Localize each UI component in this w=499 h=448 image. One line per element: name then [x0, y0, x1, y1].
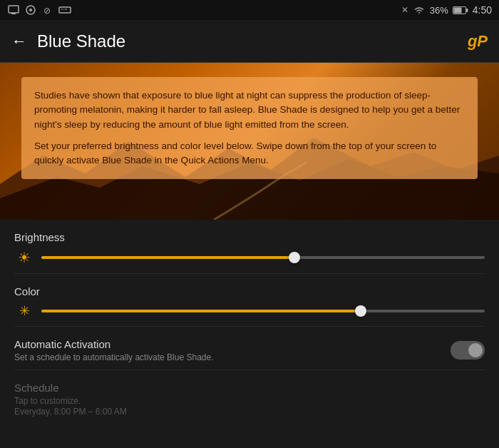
- color-slider[interactable]: [41, 310, 485, 312]
- header: ← Blue Shade gP: [0, 20, 499, 63]
- info-box: Studies have shown that exposure to blue…: [21, 77, 478, 179]
- back-button[interactable]: ←: [11, 32, 27, 51]
- schedule-tap: Tap to customize.: [14, 396, 485, 406]
- automatic-activation-row: Automatic Activation Set a schedule to a…: [14, 327, 485, 370]
- status-bar-left: ⊘: [7, 4, 71, 16]
- page-title: Blue Shade: [37, 31, 125, 51]
- toggle-knob: [468, 343, 483, 357]
- svg-rect-0: [9, 6, 19, 13]
- color-label: Color: [14, 285, 485, 297]
- app-icon-2: [24, 4, 37, 16]
- svg-text:⊘: ⊘: [43, 6, 51, 16]
- svg-rect-5: [59, 7, 71, 13]
- color-setting: Color ✳: [14, 274, 485, 327]
- activation-left: Automatic Activation Set a schedule to a…: [14, 338, 214, 362]
- color-thumb: [355, 305, 366, 317]
- brightness-thumb: [289, 252, 300, 263]
- app-icon-4: [58, 4, 71, 16]
- svg-rect-7: [466, 9, 468, 12]
- brightness-label: Brightness: [14, 231, 485, 243]
- app-icon-1: [7, 4, 20, 16]
- activation-title: Automatic Activation: [14, 338, 214, 350]
- battery-icon: [453, 6, 468, 15]
- svg-point-3: [29, 9, 32, 11]
- activation-toggle[interactable]: [451, 341, 485, 360]
- brightness-fill: [41, 256, 294, 259]
- activation-subtitle: Set a schedule to automatically activate…: [14, 352, 214, 362]
- schedule-row[interactable]: Schedule Tap to customize. Everyday, 8:0…: [14, 370, 485, 424]
- status-bar-right: ✕ 36% 4:50: [401, 4, 492, 16]
- time-display: 4:50: [473, 4, 492, 16]
- header-left: ← Blue Shade: [11, 31, 125, 51]
- status-bar: ⊘ ✕ 36% 4:50: [0, 0, 499, 20]
- settings-area: Brightness ☀ Color ✳ Automatic Activatio…: [0, 220, 499, 424]
- brightness-slider[interactable]: [41, 256, 485, 259]
- brightness-icon: ☀: [14, 249, 34, 266]
- brightness-slider-row: ☀: [14, 249, 485, 266]
- wifi-icon: [413, 5, 426, 15]
- color-icon: ✳: [14, 303, 34, 319]
- battery-percent: 36%: [430, 5, 448, 16]
- svg-rect-1: [11, 13, 16, 14]
- app-icon-3: ⊘: [41, 4, 54, 16]
- info-text-1: Studies have shown that exposure to blue…: [34, 88, 465, 132]
- svg-rect-8: [453, 7, 461, 13]
- info-text-2: Set your preferred brightness and color …: [34, 139, 465, 168]
- brightness-setting: Brightness ☀: [14, 220, 485, 274]
- color-slider-row: ✳: [14, 303, 485, 319]
- logo: gP: [468, 32, 488, 51]
- color-fill: [41, 310, 361, 312]
- signal-x-icon: ✕: [401, 5, 408, 15]
- hero-area: Studies have shown that exposure to blue…: [0, 63, 499, 220]
- schedule-time: Everyday, 8:00 PM – 6:00 AM: [14, 407, 485, 417]
- schedule-title: Schedule: [14, 382, 485, 394]
